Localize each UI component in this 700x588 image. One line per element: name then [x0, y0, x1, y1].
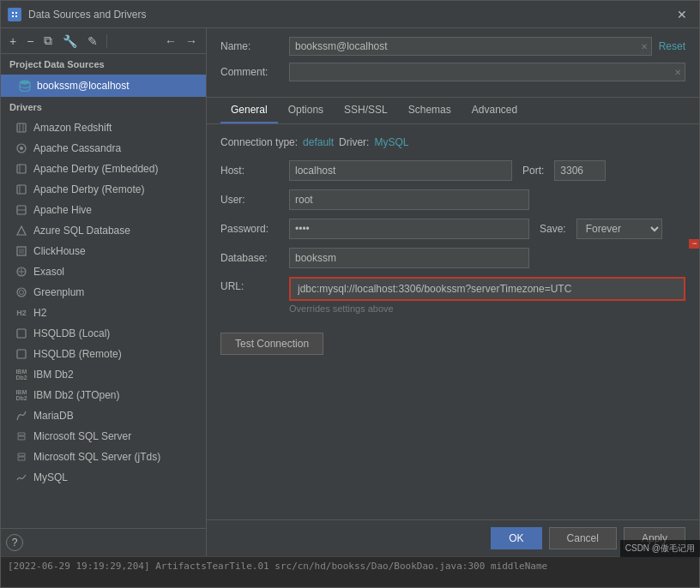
- driver-greenplum[interactable]: Greenplum: [1, 282, 206, 303]
- reset-link[interactable]: Reset: [659, 40, 685, 52]
- connection-type-label: Connection type:: [220, 136, 298, 148]
- database-row: Database:: [220, 248, 685, 268]
- connection-type-row: Connection type: default Driver: MySQL: [220, 136, 685, 148]
- ds-name: bookssm@localhost: [37, 80, 130, 92]
- watermark: CSDN @傲毛记用: [620, 540, 700, 557]
- side-indicator[interactable]: !: [689, 239, 699, 248]
- driver-icon: [15, 347, 28, 361]
- data-source-item[interactable]: bookssm@localhost: [1, 75, 206, 97]
- svg-rect-13: [17, 185, 26, 194]
- app-icon: [8, 8, 21, 21]
- connection-type-value[interactable]: default: [303, 136, 334, 148]
- host-input[interactable]: [289, 160, 512, 181]
- password-input[interactable]: [289, 219, 529, 239]
- driver-icon: [15, 141, 28, 155]
- driver-name: HSQLDB (Local): [33, 327, 110, 339]
- driver-name: Amazon Redshift: [33, 122, 112, 134]
- svg-point-24: [20, 291, 24, 295]
- driver-ibm-db2-jtopen[interactable]: IBMDb2 IBM Db2 (JTOpen): [1, 385, 206, 405]
- url-input-wrapper[interactable]: [289, 277, 685, 301]
- driver-name: ClickHouse: [33, 245, 86, 257]
- comment-row: Comment: ✕: [220, 63, 685, 81]
- name-input[interactable]: [290, 38, 637, 55]
- driver-icon: H2: [15, 306, 28, 320]
- back-button[interactable]: ←: [161, 33, 180, 50]
- driver-h2[interactable]: H2 H2: [1, 303, 206, 323]
- driver-apache-hive[interactable]: Apache Hive: [1, 200, 206, 220]
- driver-icon: [15, 162, 28, 176]
- database-label: Database:: [220, 252, 289, 264]
- tabs-bar: General Options SSH/SSL Schemas Advanced: [207, 98, 699, 124]
- driver-apache-derby-remote[interactable]: Apache Derby (Remote): [1, 179, 206, 200]
- driver-name: HSQLDB (Remote): [33, 348, 122, 360]
- tab-options[interactable]: Options: [278, 98, 334, 123]
- name-comment-section: Name: ✕ Reset Comment: ✕: [207, 28, 699, 98]
- driver-mariadb[interactable]: MariaDB: [1, 405, 206, 426]
- title-bar: Data Sources and Drivers ✕: [1, 1, 699, 28]
- project-data-sources-label: Project Data Sources: [1, 54, 206, 75]
- port-label: Port:: [522, 165, 544, 177]
- forward-button[interactable]: →: [182, 33, 201, 50]
- svg-rect-6: [17, 123, 26, 132]
- edit-button[interactable]: ✎: [84, 33, 101, 50]
- svg-rect-19: [19, 249, 24, 254]
- svg-rect-0: [10, 10, 19, 19]
- remove-button[interactable]: −: [23, 33, 37, 50]
- toolbar: + − ⧉ 🔧 ✎ ← →: [1, 28, 206, 54]
- add-button[interactable]: +: [6, 33, 20, 50]
- window-title: Data Sources and Drivers: [28, 9, 672, 21]
- url-input[interactable]: [293, 280, 682, 297]
- url-label: URL:: [220, 277, 289, 292]
- driver-name: Apache Derby (Embedded): [33, 163, 158, 175]
- driver-name: MariaDB: [33, 410, 74, 422]
- driver-name: Microsoft SQL Server: [33, 430, 131, 442]
- driver-name: IBM Db2: [33, 369, 74, 381]
- help-section: ?: [1, 528, 206, 556]
- driver-value[interactable]: MySQL: [374, 136, 408, 148]
- driver-mssql[interactable]: Microsoft SQL Server: [1, 426, 206, 447]
- port-input[interactable]: [554, 160, 606, 181]
- save-select[interactable]: Forever Until restart Never: [576, 219, 662, 239]
- driver-mssql-jtds[interactable]: Microsoft SQL Server (jTds): [1, 447, 206, 467]
- driver-apache-cassandra[interactable]: Apache Cassandra: [1, 138, 206, 159]
- driver-name: Apache Derby (Remote): [33, 183, 144, 195]
- driver-mysql[interactable]: MySQL: [1, 467, 206, 488]
- comment-input[interactable]: [290, 63, 671, 81]
- driver-icon: [15, 429, 28, 443]
- close-button[interactable]: ✕: [672, 6, 692, 23]
- driver-icon: [15, 471, 28, 484]
- settings-button[interactable]: 🔧: [59, 33, 81, 50]
- driver-exasol[interactable]: Exasol: [1, 261, 206, 282]
- tab-schemas[interactable]: Schemas: [398, 98, 462, 123]
- comment-input-wrapper[interactable]: ✕: [289, 63, 685, 81]
- svg-point-5: [20, 81, 30, 85]
- driver-hsqldb-local[interactable]: HSQLDB (Local): [1, 323, 206, 344]
- driver-azure-sql[interactable]: Azure SQL Database: [1, 220, 206, 241]
- host-row: Host: Port:: [220, 160, 685, 181]
- driver-amazon-redshift[interactable]: Amazon Redshift: [1, 117, 206, 138]
- tab-ssh-ssl[interactable]: SSH/SSL: [334, 98, 398, 123]
- driver-ibm-db2[interactable]: IBMDb2 IBM Db2: [1, 364, 206, 385]
- driver-hsqldb-remote[interactable]: HSQLDB (Remote): [1, 344, 206, 364]
- tab-general[interactable]: General: [220, 98, 278, 123]
- driver-name: Exasol: [33, 266, 64, 278]
- log-text: [2022-06-29 19:19:29,204] ArtifactsTearT…: [8, 561, 547, 572]
- driver-icon: [15, 265, 28, 279]
- name-input-wrapper[interactable]: ✕: [289, 37, 652, 56]
- svg-rect-11: [17, 165, 26, 173]
- cancel-button[interactable]: Cancel: [549, 527, 617, 549]
- driver-clickhouse[interactable]: ClickHouse: [1, 241, 206, 261]
- drivers-label: Drivers: [1, 97, 206, 117]
- svg-rect-4: [15, 15, 17, 17]
- user-input[interactable]: [289, 189, 529, 210]
- tab-advanced[interactable]: Advanced: [462, 98, 528, 123]
- database-input[interactable]: [289, 248, 529, 268]
- test-connection-button[interactable]: Test Connection: [220, 333, 323, 355]
- copy-button[interactable]: ⧉: [40, 32, 56, 50]
- driver-apache-derby-embedded[interactable]: Apache Derby (Embedded): [1, 159, 206, 179]
- ok-button[interactable]: OK: [491, 527, 541, 549]
- driver-icon: [15, 224, 28, 237]
- driver-name: Microsoft SQL Server (jTds): [33, 451, 160, 463]
- clear-name-button[interactable]: ✕: [637, 40, 651, 53]
- help-button[interactable]: ?: [6, 534, 23, 551]
